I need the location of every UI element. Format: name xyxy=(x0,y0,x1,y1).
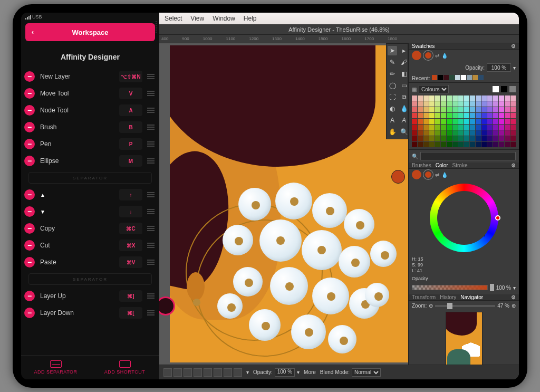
swatch-search-input[interactable] xyxy=(420,152,516,160)
key-badge[interactable]: ⌘[ xyxy=(119,307,142,319)
recent-swatch[interactable] xyxy=(443,75,449,80)
color-swatch[interactable] xyxy=(470,136,475,141)
eyedropper-icon[interactable]: 💧 xyxy=(441,53,448,59)
color-swatch[interactable] xyxy=(423,119,429,124)
color-swatch[interactable] xyxy=(505,142,510,147)
color-swatch[interactable] xyxy=(429,130,435,136)
color-swatch[interactable] xyxy=(510,113,516,118)
color-swatch[interactable] xyxy=(447,125,452,130)
color-swatch[interactable] xyxy=(470,130,475,136)
color-swatch[interactable] xyxy=(510,136,516,141)
color-swatch[interactable] xyxy=(423,113,429,118)
color-swatch[interactable] xyxy=(470,142,475,147)
add-shortcut-button[interactable]: ADD SHORTCUT xyxy=(90,356,159,379)
recent-swatch[interactable] xyxy=(449,75,455,80)
color-swatch[interactable] xyxy=(412,113,417,118)
color-swatch[interactable] xyxy=(452,95,458,101)
color-swatch[interactable] xyxy=(441,125,446,130)
tab-color[interactable]: Color xyxy=(436,162,448,168)
color-swatch[interactable] xyxy=(441,113,446,118)
color-swatch[interactable] xyxy=(458,119,464,124)
color-swatch[interactable] xyxy=(510,125,516,130)
color-swatch[interactable] xyxy=(505,113,510,118)
color-swatch[interactable] xyxy=(493,119,498,124)
color-wheel[interactable] xyxy=(430,184,498,252)
key-badge[interactable]: ⌘V xyxy=(119,256,142,268)
remove-icon[interactable]: − xyxy=(24,122,35,132)
color-swatch[interactable] xyxy=(418,136,423,141)
color-swatch[interactable] xyxy=(412,136,417,141)
color-swatch[interactable] xyxy=(452,136,458,141)
color-swatch[interactable] xyxy=(464,130,469,136)
color-swatch[interactable] xyxy=(435,113,440,118)
shortcut-row[interactable]: −PenP xyxy=(24,136,156,152)
color-swatch[interactable] xyxy=(418,119,423,124)
remove-icon[interactable]: − xyxy=(24,291,35,301)
zoom-tool-icon[interactable]: 🔍 xyxy=(399,127,408,137)
slider-handle[interactable] xyxy=(490,284,494,291)
key-badge[interactable]: ↓ xyxy=(119,206,142,217)
color-swatch[interactable] xyxy=(441,136,446,141)
tab-swatches[interactable]: Swatches xyxy=(412,43,435,49)
color-swatch[interactable] xyxy=(435,107,440,112)
color-swatch[interactable] xyxy=(493,107,498,112)
color-swatch[interactable] xyxy=(429,113,435,118)
opacity-slider[interactable] xyxy=(412,285,488,290)
fill-tool-icon[interactable]: ◧ xyxy=(399,69,408,79)
color-swatch[interactable] xyxy=(418,101,423,107)
remove-icon[interactable]: − xyxy=(24,240,35,251)
color-swatch[interactable] xyxy=(470,119,475,124)
color-swatch[interactable] xyxy=(458,142,464,147)
more-button[interactable]: More xyxy=(304,369,316,375)
color-swatch[interactable] xyxy=(418,142,423,147)
shortcut-row[interactable]: −Paste⌘V xyxy=(24,254,156,270)
color-swatch[interactable] xyxy=(447,101,452,107)
color-swatch[interactable] xyxy=(435,130,440,136)
recent-swatch[interactable] xyxy=(432,75,437,80)
color-swatch[interactable] xyxy=(447,119,452,124)
color-swatch[interactable] xyxy=(435,136,440,141)
menu-help[interactable]: Help xyxy=(244,15,257,22)
remove-icon[interactable]: − xyxy=(24,308,35,318)
color-swatch[interactable] xyxy=(458,125,464,130)
eyedropper-tool-icon[interactable]: 💧 xyxy=(399,104,408,113)
color-swatch[interactable] xyxy=(441,119,446,124)
align-icons[interactable] xyxy=(163,368,242,377)
fill-color-icon[interactable] xyxy=(412,51,421,60)
zoom-in-icon[interactable]: ⊕ xyxy=(512,303,516,309)
color-swatch[interactable] xyxy=(452,125,458,130)
color-swatch[interactable] xyxy=(476,113,481,118)
gear-icon[interactable]: ⚙ xyxy=(511,43,516,49)
shortcut-row[interactable]: −▼↓ xyxy=(24,204,156,219)
color-swatch[interactable] xyxy=(510,130,516,136)
color-swatch[interactable] xyxy=(423,107,429,112)
color-swatch[interactable] xyxy=(429,119,435,124)
color-swatch[interactable] xyxy=(493,95,498,101)
hue-handle[interactable] xyxy=(495,215,500,221)
remove-icon[interactable]: − xyxy=(24,88,35,99)
color-swatch[interactable] xyxy=(464,107,469,112)
rect-tool-icon[interactable]: ▭ xyxy=(399,81,408,90)
key-badge[interactable]: ⌘X xyxy=(119,240,142,251)
color-swatch[interactable] xyxy=(441,130,446,136)
color-swatch[interactable] xyxy=(447,95,452,101)
canvas-area[interactable]: Tools ➤▸ ✎🖌 ✏◧ ◯▭ ⛶⧉ ◐💧 AA ✋🔍 xyxy=(159,43,408,365)
gradient-tool-icon[interactable]: ◐ xyxy=(388,104,397,113)
color-swatch[interactable] xyxy=(464,113,469,118)
color-swatch[interactable] xyxy=(505,107,510,112)
aux-swatch[interactable] xyxy=(509,86,516,92)
color-swatch[interactable] xyxy=(429,125,435,130)
color-swatch[interactable] xyxy=(464,95,469,101)
color-swatch[interactable] xyxy=(505,101,510,107)
color-swatch[interactable] xyxy=(476,125,481,130)
key-badge[interactable]: ↑ xyxy=(119,189,142,200)
color-swatch[interactable] xyxy=(418,95,423,101)
color-swatch[interactable] xyxy=(505,125,510,130)
color-swatch[interactable] xyxy=(505,119,510,124)
color-swatch[interactable] xyxy=(487,113,493,118)
color-swatch[interactable] xyxy=(412,107,417,112)
aux-swatch[interactable] xyxy=(501,86,507,92)
color-swatch[interactable] xyxy=(458,136,464,141)
swap-icon[interactable]: ⇄ xyxy=(435,53,439,59)
color-swatch[interactable] xyxy=(412,130,417,136)
